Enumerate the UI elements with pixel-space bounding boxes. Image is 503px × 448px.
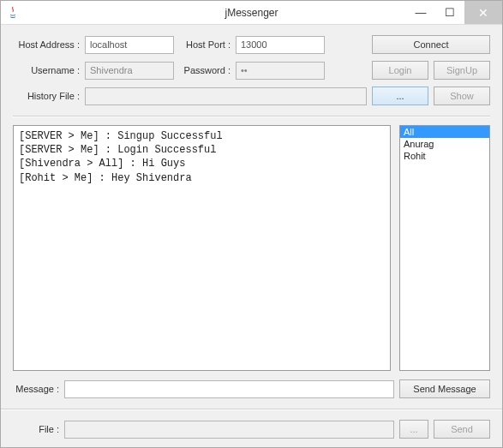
signup-button[interactable]: SignUp: [434, 61, 490, 80]
close-button[interactable]: ✕: [464, 1, 502, 24]
message-label: Message :: [13, 384, 59, 394]
username-label: Username :: [13, 65, 80, 75]
history-row: History File : ... Show: [13, 87, 490, 105]
password-label: Password :: [179, 65, 231, 75]
message-row: Message : Send Message: [13, 379, 490, 398]
file-row: File : ... Send: [13, 420, 490, 439]
window-title: jMessenger: [225, 7, 278, 19]
user-list-item[interactable]: All: [400, 126, 489, 138]
titlebar: jMessenger — ☐ ✕: [1, 1, 502, 25]
app-window: jMessenger — ☐ ✕ Host Address : Host Por…: [0, 0, 503, 448]
auth-row: Username : Password : Login SignUp: [13, 61, 490, 80]
separator-top: [13, 116, 490, 116]
chat-log[interactable]: [SERVER > Me] : Singup Successful [SERVE…: [13, 125, 391, 371]
username-input[interactable]: [85, 62, 174, 80]
host-port-label: Host Port :: [179, 39, 231, 50]
maximize-button[interactable]: ☐: [435, 1, 464, 24]
content-area: Host Address : Host Port : Connect Usern…: [1, 25, 502, 447]
host-port-input[interactable]: [236, 36, 325, 54]
file-input[interactable]: [64, 421, 394, 439]
file-browse-button[interactable]: ...: [399, 420, 428, 439]
file-group: File : ... Send: [1, 409, 502, 439]
user-list-item[interactable]: Rohit: [400, 150, 489, 162]
history-show-button[interactable]: Show: [434, 87, 490, 105]
main-area: [SERVER > Me] : Singup Successful [SERVE…: [13, 125, 490, 371]
password-input[interactable]: [236, 62, 325, 80]
host-address-input[interactable]: [85, 36, 174, 54]
minimize-button[interactable]: —: [406, 1, 435, 24]
window-controls: — ☐ ✕: [406, 1, 502, 24]
message-input[interactable]: [64, 380, 394, 398]
user-list-item[interactable]: Anurag: [400, 138, 489, 150]
history-browse-button[interactable]: ...: [372, 87, 428, 105]
history-file-label: History File :: [13, 91, 80, 101]
java-icon: [6, 6, 20, 20]
connect-button[interactable]: Connect: [372, 35, 490, 54]
file-label: File :: [13, 424, 59, 434]
connection-row: Host Address : Host Port : Connect: [13, 35, 490, 54]
file-send-button[interactable]: Send: [434, 420, 490, 439]
history-file-input[interactable]: [85, 87, 367, 105]
host-address-label: Host Address :: [13, 39, 80, 50]
user-list[interactable]: All Anurag Rohit: [399, 125, 490, 371]
login-button[interactable]: Login: [372, 61, 428, 80]
send-message-button[interactable]: Send Message: [399, 379, 490, 398]
